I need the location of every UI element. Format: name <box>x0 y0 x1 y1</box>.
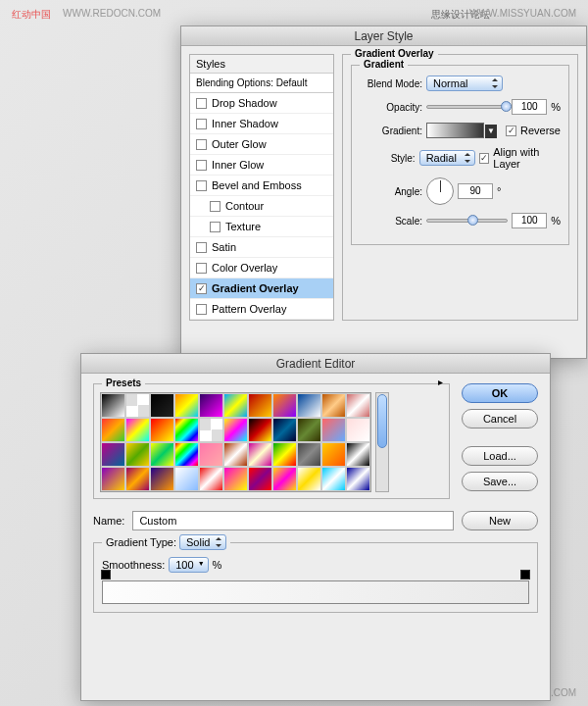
style-checkbox[interactable] <box>196 283 207 294</box>
style-item-bevel-and-emboss[interactable]: Bevel and Emboss <box>190 176 333 196</box>
smoothness-select[interactable]: 100 <box>169 557 208 573</box>
angle-dial[interactable] <box>426 177 454 205</box>
cancel-button[interactable]: Cancel <box>462 409 538 429</box>
blend-mode-select[interactable]: Normal <box>426 76 503 91</box>
preset-swatch[interactable] <box>199 393 223 418</box>
preset-swatch[interactable] <box>174 418 199 442</box>
presets-scrollbar[interactable] <box>375 392 389 492</box>
style-item-inner-glow[interactable]: Inner Glow <box>190 155 333 176</box>
preset-swatch[interactable] <box>297 393 321 418</box>
preset-swatch[interactable] <box>125 393 150 418</box>
style-item-color-overlay[interactable]: Color Overlay <box>190 258 333 278</box>
save-button[interactable]: Save... <box>462 472 538 491</box>
ok-button[interactable]: OK <box>462 383 538 403</box>
preset-swatch[interactable] <box>150 418 174 442</box>
scale-slider[interactable] <box>426 219 508 223</box>
style-label: Satin <box>212 241 236 253</box>
preset-swatch[interactable] <box>272 467 297 491</box>
style-checkbox[interactable] <box>196 304 207 315</box>
preset-swatch[interactable] <box>125 467 150 491</box>
style-item-drop-shadow[interactable]: Drop Shadow <box>190 93 333 114</box>
load-button[interactable]: Load... <box>462 446 538 466</box>
name-input[interactable]: Custom <box>132 511 454 530</box>
style-label: Inner Shadow <box>212 118 278 129</box>
style-checkbox[interactable] <box>196 160 207 171</box>
preset-swatch[interactable] <box>101 442 125 467</box>
preset-swatch[interactable] <box>321 418 346 442</box>
style-checkbox[interactable] <box>196 139 207 150</box>
opacity-stop-left[interactable] <box>101 570 111 580</box>
preset-swatch[interactable] <box>297 442 321 467</box>
gradient-picker[interactable] <box>426 123 484 138</box>
style-checkbox[interactable] <box>196 98 207 109</box>
style-item-inner-shadow[interactable]: Inner Shadow <box>190 114 333 134</box>
preset-swatch[interactable] <box>346 393 370 418</box>
reverse-checkbox[interactable] <box>506 126 516 136</box>
preset-swatch[interactable] <box>248 467 272 491</box>
opacity-slider[interactable] <box>426 105 508 109</box>
preset-swatch[interactable] <box>272 393 297 418</box>
presets-menu-icon[interactable]: ▸ <box>438 377 443 387</box>
preset-swatch[interactable] <box>272 418 297 442</box>
style-checkbox[interactable] <box>196 119 207 129</box>
style-item-satin[interactable]: Satin <box>190 237 333 258</box>
preset-swatch[interactable] <box>199 467 223 491</box>
preset-swatch[interactable] <box>346 442 370 467</box>
preset-swatch[interactable] <box>150 467 174 491</box>
new-button[interactable]: New <box>462 511 538 530</box>
preset-swatch[interactable] <box>272 442 297 467</box>
style-item-gradient-overlay[interactable]: Gradient Overlay <box>190 278 333 299</box>
style-label: Inner Glow <box>212 159 264 171</box>
style-label: Bevel and Emboss <box>212 179 302 191</box>
preset-swatch[interactable] <box>321 393 346 418</box>
preset-swatch[interactable] <box>101 467 125 491</box>
preset-swatch[interactable] <box>174 442 199 467</box>
opacity-value[interactable]: 100 <box>512 99 547 115</box>
preset-swatch[interactable] <box>150 442 174 467</box>
preset-swatch[interactable] <box>223 467 248 491</box>
style-checkbox[interactable] <box>210 222 220 232</box>
preset-swatch[interactable] <box>248 418 272 442</box>
preset-swatch[interactable] <box>321 442 346 467</box>
align-checkbox[interactable] <box>479 153 489 164</box>
style-item-contour[interactable]: Contour <box>190 196 333 217</box>
gradient-type-label: Gradient Type: <box>106 536 176 548</box>
style-label: Style: <box>360 153 416 164</box>
scale-unit: % <box>551 215 561 227</box>
opacity-unit: % <box>551 101 561 113</box>
preset-swatch[interactable] <box>223 418 248 442</box>
preset-swatch[interactable] <box>174 467 199 491</box>
preset-swatch[interactable] <box>321 467 346 491</box>
style-checkbox[interactable] <box>210 201 220 212</box>
opacity-stop-right[interactable] <box>520 570 530 580</box>
style-checkbox[interactable] <box>196 242 207 253</box>
preset-swatch[interactable] <box>223 393 248 418</box>
preset-swatch[interactable] <box>346 418 370 442</box>
preset-swatch[interactable] <box>199 418 223 442</box>
gradient-type-select[interactable]: Solid <box>179 534 226 550</box>
style-select[interactable]: Radial <box>419 150 476 166</box>
style-checkbox[interactable] <box>196 180 207 191</box>
preset-swatch[interactable] <box>346 467 370 491</box>
preset-swatch[interactable] <box>297 467 321 491</box>
preset-swatch[interactable] <box>125 442 150 467</box>
blending-options[interactable]: Blending Options: Default <box>190 74 333 93</box>
style-item-texture[interactable]: Texture <box>190 217 333 237</box>
scale-value[interactable]: 100 <box>512 213 547 228</box>
style-item-outer-glow[interactable]: Outer Glow <box>190 134 333 155</box>
preset-swatch[interactable] <box>223 442 248 467</box>
preset-swatch[interactable] <box>248 442 272 467</box>
preset-swatch[interactable] <box>248 393 272 418</box>
preset-swatch[interactable] <box>297 418 321 442</box>
gradient-bar[interactable] <box>102 580 529 604</box>
angle-value[interactable]: 90 <box>458 183 493 199</box>
preset-swatch[interactable] <box>125 418 150 442</box>
styles-header[interactable]: Styles <box>190 55 333 74</box>
preset-swatch[interactable] <box>101 393 125 418</box>
style-checkbox[interactable] <box>196 263 207 274</box>
preset-swatch[interactable] <box>174 393 199 418</box>
preset-swatch[interactable] <box>101 418 125 442</box>
style-item-pattern-overlay[interactable]: Pattern Overlay <box>190 299 333 320</box>
preset-swatch[interactable] <box>150 393 174 418</box>
preset-swatch[interactable] <box>199 442 223 467</box>
